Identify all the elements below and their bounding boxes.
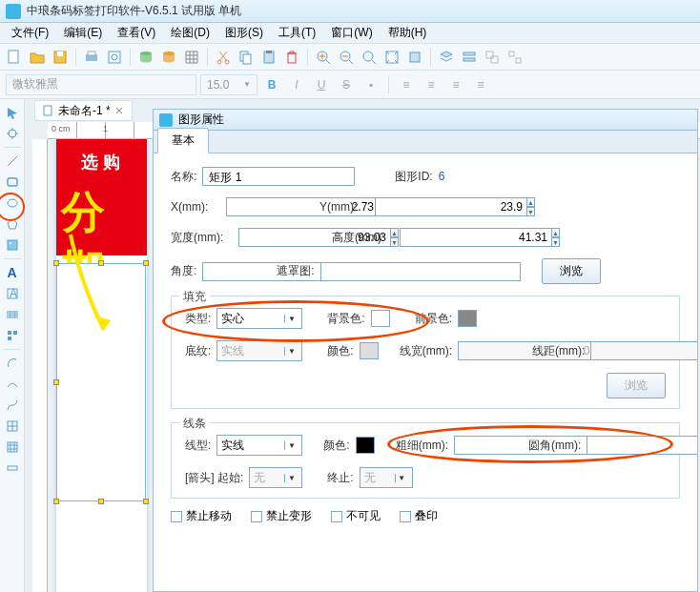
height-input[interactable]: ▲▼ bbox=[400, 228, 468, 247]
image-tool-icon[interactable] bbox=[3, 235, 22, 255]
ruler-tool-icon[interactable] bbox=[3, 459, 22, 478]
main-toolbar bbox=[0, 44, 700, 71]
table-tool-icon[interactable] bbox=[3, 417, 22, 436]
text-tool-icon[interactable]: A bbox=[3, 263, 22, 282]
line-thick-input[interactable]: ▲▼ bbox=[454, 436, 507, 455]
new-icon[interactable] bbox=[4, 47, 25, 68]
document-tab[interactable]: 未命名-1 * bbox=[34, 100, 133, 121]
ungroup-icon bbox=[504, 47, 525, 68]
align-left-icon[interactable]: ≡ bbox=[396, 74, 417, 95]
grid-tool-icon[interactable] bbox=[3, 438, 22, 457]
align-center-icon[interactable]: ≡ bbox=[421, 74, 442, 95]
roundrect-tool-icon[interactable] bbox=[3, 173, 22, 192]
lock-move-checkbox[interactable]: 禁止移动 bbox=[171, 508, 232, 524]
svg-point-27 bbox=[9, 130, 16, 137]
line-fieldset: 线条 线型: 实线▼ 颜色: 粗细(mm): ▲▼ 圆角(mm): ▲▼ [箭头… bbox=[171, 422, 680, 499]
copy-icon[interactable] bbox=[236, 47, 257, 68]
strike-icon[interactable]: S bbox=[336, 74, 357, 95]
select-tool-icon[interactable] bbox=[3, 103, 22, 122]
zoom-fit-icon[interactable] bbox=[359, 47, 380, 68]
invisible-checkbox[interactable]: 不可见 bbox=[331, 508, 381, 524]
paste-icon[interactable] bbox=[258, 47, 279, 68]
qrcode-tool-icon[interactable] bbox=[3, 326, 22, 345]
line-round-input[interactable]: ▲▼ bbox=[587, 436, 640, 455]
lock-resize-checkbox[interactable]: 禁止变形 bbox=[251, 508, 312, 524]
font-name-combo[interactable]: 微软雅黑 bbox=[6, 74, 196, 95]
arrow-start-label: [箭头] 起始: bbox=[185, 470, 243, 486]
print-icon[interactable] bbox=[81, 47, 102, 68]
width-input[interactable]: ▲▼ bbox=[238, 228, 307, 247]
menu-window[interactable]: 窗口(W) bbox=[323, 23, 380, 43]
browse-button[interactable]: 浏览 bbox=[542, 258, 601, 284]
line-color-label: 颜色: bbox=[323, 438, 349, 454]
line-tool-icon[interactable] bbox=[3, 152, 22, 171]
line-style-combo[interactable]: 实线▼ bbox=[216, 435, 302, 456]
svg-rect-20 bbox=[410, 52, 420, 62]
red-header-shape[interactable]: 选 购 分期 bbox=[56, 139, 147, 255]
grid-icon[interactable] bbox=[181, 47, 202, 68]
curve-tool-icon[interactable] bbox=[3, 375, 22, 394]
mask-input[interactable] bbox=[320, 262, 521, 281]
fill-legend: 填充 bbox=[179, 289, 210, 305]
fontcolor-icon[interactable]: ▪ bbox=[360, 74, 381, 95]
align-right-icon[interactable]: ≡ bbox=[445, 74, 466, 95]
svg-point-31 bbox=[10, 242, 11, 244]
bgcolor-swatch[interactable] bbox=[371, 310, 390, 327]
menu-tool[interactable]: 工具(T) bbox=[271, 23, 323, 43]
align-justify-icon[interactable]: ≡ bbox=[470, 74, 491, 95]
preview-icon[interactable] bbox=[104, 47, 125, 68]
db-icon[interactable] bbox=[135, 47, 156, 68]
italic-icon[interactable]: I bbox=[286, 74, 307, 95]
name-input[interactable] bbox=[202, 167, 355, 186]
menu-shape[interactable]: 图形(S) bbox=[217, 23, 271, 43]
title-bar: 中琅条码标签打印软件-V6.5.1 试用版 单机 bbox=[0, 0, 700, 23]
zoom-out-icon[interactable] bbox=[336, 47, 357, 68]
barcode-tool-icon[interactable] bbox=[3, 305, 22, 324]
properties-titlebar[interactable]: 图形属性 bbox=[154, 110, 697, 131]
align-icon[interactable] bbox=[459, 47, 480, 68]
underline-icon[interactable]: U bbox=[311, 74, 332, 95]
selected-rectangle[interactable] bbox=[56, 263, 146, 501]
zoom-sel-icon[interactable] bbox=[404, 47, 425, 68]
richtext-tool-icon[interactable]: A bbox=[3, 284, 22, 303]
x-input[interactable]: ▲▼ bbox=[226, 197, 295, 216]
svg-rect-26 bbox=[516, 58, 521, 63]
lined-label: 线距(mm): bbox=[532, 343, 585, 359]
svg-rect-24 bbox=[491, 56, 498, 63]
open-icon[interactable] bbox=[27, 47, 48, 68]
menu-draw[interactable]: 绘图(D) bbox=[163, 23, 217, 43]
line-style-label: 线型: bbox=[185, 438, 211, 454]
delete-icon[interactable] bbox=[281, 47, 302, 68]
zoom-in-icon[interactable] bbox=[313, 47, 334, 68]
menu-view[interactable]: 查看(V) bbox=[110, 23, 163, 43]
menu-help[interactable]: 帮助(H) bbox=[381, 23, 435, 43]
zoom-page-icon[interactable] bbox=[381, 47, 402, 68]
polygon-tool-icon[interactable] bbox=[3, 214, 22, 234]
y-input[interactable]: ▲▼ bbox=[375, 197, 443, 216]
font-size-combo[interactable]: 15.0▼ bbox=[200, 74, 257, 95]
arc-tool-icon[interactable] bbox=[3, 354, 22, 373]
bezier-tool-icon[interactable] bbox=[3, 396, 22, 415]
svg-rect-36 bbox=[8, 337, 11, 340]
line-legend: 线条 bbox=[179, 416, 210, 432]
cut-icon[interactable] bbox=[213, 47, 234, 68]
menu-file[interactable]: 文件(F) bbox=[4, 23, 56, 43]
line-color-swatch[interactable] bbox=[356, 437, 375, 454]
svg-rect-30 bbox=[8, 240, 17, 250]
layer-icon[interactable] bbox=[436, 47, 457, 68]
bold-icon[interactable]: B bbox=[261, 74, 282, 95]
x-label: X(mm): bbox=[171, 200, 220, 214]
overprint-checkbox[interactable]: 叠印 bbox=[400, 508, 438, 524]
menu-edit[interactable]: 编辑(E) bbox=[56, 23, 110, 43]
pan-tool-icon[interactable] bbox=[3, 124, 22, 143]
tab-basic[interactable]: 基本 bbox=[157, 128, 209, 153]
db2-icon[interactable] bbox=[158, 47, 179, 68]
fill-type-combo[interactable]: 实心▼ bbox=[216, 308, 302, 329]
close-tab-icon[interactable] bbox=[114, 106, 124, 115]
save-icon[interactable] bbox=[50, 47, 71, 68]
ellipse-tool-icon[interactable] bbox=[3, 194, 22, 213]
fgcolor-swatch[interactable] bbox=[458, 310, 477, 327]
mask-label: 遮罩图: bbox=[277, 263, 314, 279]
arrow-end-combo: 无▼ bbox=[360, 467, 413, 488]
angle-input[interactable]: ▲▼ bbox=[202, 262, 252, 281]
